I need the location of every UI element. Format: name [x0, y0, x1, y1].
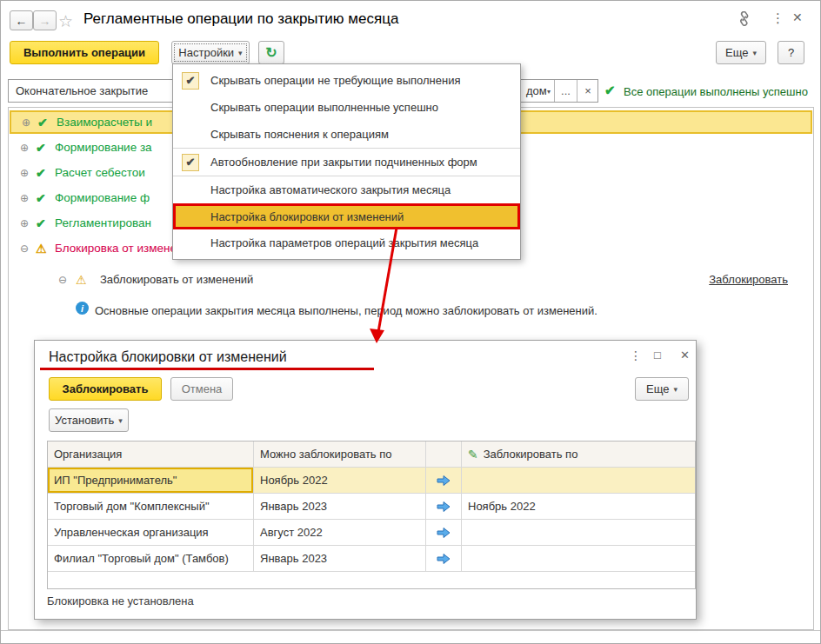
blue-arrow-icon: [437, 475, 451, 487]
favorite-star-icon[interactable]: ☆: [58, 11, 73, 31]
expand-icon[interactable]: ⊕: [18, 217, 30, 229]
column-header-action[interactable]: [426, 442, 462, 467]
set-button[interactable]: Установить ▾: [49, 408, 129, 432]
choose-button[interactable]: ...: [554, 80, 577, 102]
dialog-kebab-icon[interactable]: ⋮: [630, 349, 642, 362]
warning-icon: ⚠: [36, 242, 47, 256]
cell-organization[interactable]: Торговый дом "Комплексный": [48, 494, 254, 519]
expand-icon[interactable]: ⊕: [18, 192, 30, 204]
lock-settings-dialog: Настройка блокировки от изменений ⋮ □ ✕ …: [34, 340, 697, 620]
forward-button[interactable]: →: [33, 10, 57, 30]
menu-item-label: Скрывать операции не требующие выполнени…: [210, 74, 460, 87]
table-row[interactable]: Управленческая организация Август 2022: [48, 520, 695, 546]
expand-icon[interactable]: ⊕: [20, 116, 32, 129]
menu-item-label: Автообновление при закрытии подчиненных …: [210, 156, 477, 169]
menu-item-hide-explanations[interactable]: Скрывать пояснения к операциям: [173, 121, 520, 148]
menu-item-label: Настройка параметров операций закрытия м…: [210, 236, 478, 249]
back-button[interactable]: ←: [10, 10, 33, 30]
refresh-button[interactable]: ↻: [258, 41, 284, 64]
expand-icon[interactable]: ⊕: [18, 142, 30, 154]
operation-label: Взаиморасчеты и: [57, 116, 152, 129]
info-text: Основные операции закрытия месяца выполн…: [95, 304, 597, 317]
cancel-button-label: Отмена: [182, 382, 223, 395]
expand-icon[interactable]: ⊕: [18, 167, 30, 179]
menu-item-auto-closing-settings[interactable]: Настройка автоматического закрытия месяц…: [173, 176, 520, 203]
cell-can-lock[interactable]: Август 2022: [254, 520, 426, 545]
clear-icon[interactable]: ×: [577, 80, 598, 102]
help-label: ?: [788, 46, 794, 59]
annotation-underline: [40, 368, 374, 370]
help-button[interactable]: ?: [778, 41, 804, 64]
dialog-more-label: Еще: [646, 382, 669, 395]
table-row[interactable]: ИП "Предприниматель" Ноябрь 2022: [48, 468, 695, 494]
cell-organization[interactable]: ИП "Предприниматель": [48, 468, 254, 493]
chevron-down-icon: ▾: [752, 49, 757, 57]
cell-organization[interactable]: Управленческая организация: [48, 520, 254, 545]
success-check-icon: ✔: [604, 83, 616, 98]
window-close-icon[interactable]: ✕: [792, 10, 803, 24]
check-icon: ✔: [36, 191, 46, 205]
link-icon[interactable]: [736, 11, 752, 29]
cell-can-lock[interactable]: Январь 2023: [254, 494, 426, 519]
operation-child-row[interactable]: ⊖ ⚠ Заблокировать от изменений Заблокиро…: [10, 268, 812, 291]
checkbox-checked-icon: ✔: [182, 72, 199, 90]
execute-operations-button[interactable]: Выполнить операции: [10, 41, 159, 64]
check-icon: ✔: [36, 166, 46, 180]
menu-item-autorefresh[interactable]: ✔ Автообновление при закрытии подчиненны…: [173, 149, 520, 176]
lock-action-link[interactable]: Заблокировать: [709, 273, 788, 286]
cancel-button[interactable]: Отмена: [170, 377, 233, 401]
column-header-organization[interactable]: Организация: [48, 442, 254, 467]
refresh-icon: ↻: [265, 44, 277, 61]
cell-can-lock[interactable]: Ноябрь 2022: [254, 468, 426, 493]
cell-lock-by[interactable]: [462, 468, 695, 493]
table-header-row: Организация Можно заблокировать по ✎ Заб…: [48, 442, 695, 468]
back-icon: ←: [16, 14, 28, 28]
cell-action[interactable]: [426, 468, 462, 493]
cell-lock-by[interactable]: [462, 546, 695, 571]
menu-item-lock-settings[interactable]: Настройка блокировки от изменений: [173, 203, 520, 229]
operation-label: Расчет себестои: [55, 166, 145, 179]
dialog-more-button[interactable]: Еще ▾: [635, 377, 689, 401]
menu-item-operation-params-settings[interactable]: Настройка параметров операций закрытия м…: [173, 229, 520, 256]
lock-button-label: Заблокировать: [63, 382, 149, 395]
settings-label: Настройки: [178, 46, 234, 59]
operation-label: Формирование за: [55, 141, 152, 154]
set-button-label: Установить: [55, 414, 114, 427]
cell-organization[interactable]: Филиал "Торговый дом" (Тамбов): [48, 546, 254, 571]
operation-label: Регламентирован: [55, 216, 151, 229]
collapse-icon[interactable]: ⊖: [18, 242, 30, 255]
execute-operations-label: Выполнить операции: [23, 46, 145, 59]
column-header-lock-by[interactable]: ✎ Заблокировать по: [462, 442, 695, 467]
check-icon: ✔: [37, 116, 48, 129]
table-row[interactable]: Филиал "Торговый дом" (Тамбов) Январь 20…: [48, 546, 695, 572]
cell-lock-by[interactable]: Ноябрь 2022: [462, 494, 695, 519]
menu-item-hide-not-required[interactable]: ✔ Скрывать операции не требующие выполне…: [173, 67, 520, 94]
info-icon: i: [76, 302, 89, 315]
menu-item-label: Настройка блокировки от изменений: [210, 210, 404, 223]
app-window: ← → ☆ Регламентные операции по закрытию …: [0, 0, 821, 644]
dialog-close-icon[interactable]: ✕: [680, 349, 690, 362]
table-row[interactable]: Торговый дом "Комплексный" Январь 2023 Н…: [48, 494, 695, 520]
settings-menu-button[interactable]: Настройки ▾: [171, 41, 250, 64]
chevron-down-icon[interactable]: ▾: [547, 88, 551, 96]
cell-action[interactable]: [426, 494, 462, 519]
menu-item-label: Скрывать пояснения к операциям: [210, 128, 389, 141]
more-label: Еще: [725, 46, 748, 59]
chevron-down-icon: ▾: [238, 49, 243, 57]
cell-lock-by[interactable]: [462, 520, 695, 545]
info-row: i Основные операции закрытия месяца выпо…: [10, 299, 812, 322]
column-header-can-lock[interactable]: Можно заблокировать по: [254, 442, 426, 467]
check-icon: ✔: [36, 216, 46, 230]
window-menu-kebab-icon[interactable]: ⋮: [771, 10, 784, 26]
page-title: Регламентные операции по закрытию месяца: [83, 10, 398, 28]
menu-item-hide-successful[interactable]: Скрывать операции выполненные успешно: [173, 94, 520, 121]
more-button[interactable]: Еще ▾: [716, 41, 766, 64]
dialog-maximize-icon[interactable]: □: [654, 349, 661, 362]
collapse-icon[interactable]: ⊖: [57, 274, 69, 286]
cell-can-lock[interactable]: Январь 2023: [254, 546, 426, 571]
dialog-title: Настройка блокировки от изменений: [49, 349, 287, 365]
pencil-icon: ✎: [468, 448, 478, 461]
cell-action[interactable]: [426, 520, 462, 545]
lock-button[interactable]: Заблокировать: [49, 377, 162, 401]
cell-action[interactable]: [426, 546, 462, 571]
